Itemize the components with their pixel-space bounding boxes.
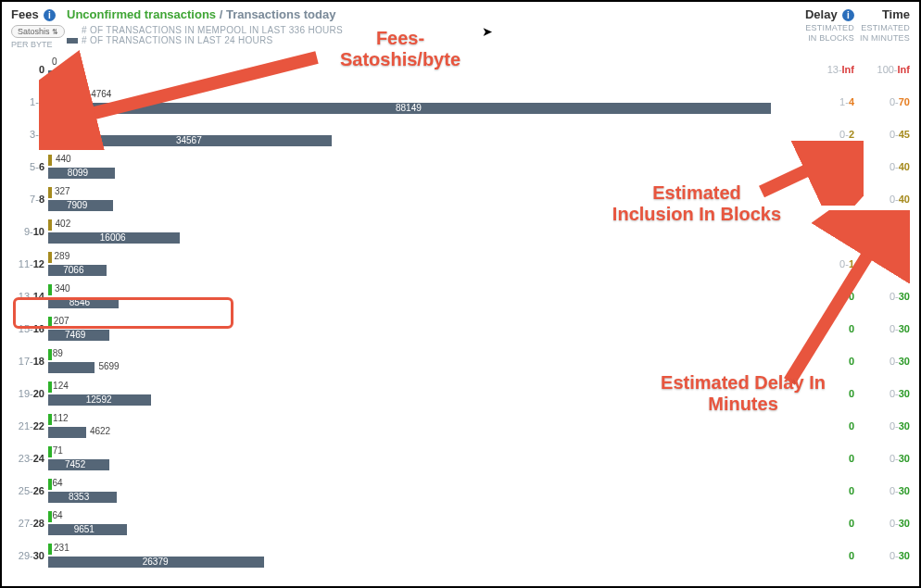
time-value: 0-70 bbox=[854, 96, 910, 107]
bar-group: 2897066 bbox=[48, 247, 799, 280]
bucket-label: 0 bbox=[11, 64, 48, 75]
fee-row: 00513-Inf100-Inf bbox=[11, 53, 910, 85]
bucket-label: 23-24 bbox=[11, 453, 48, 464]
bar-mempool[interactable] bbox=[48, 155, 52, 166]
bar-24h[interactable] bbox=[48, 362, 95, 373]
bar-mempool[interactable] bbox=[48, 414, 52, 425]
bar-mempool-value: 4764 bbox=[91, 89, 111, 99]
bar-mempool-value: 71 bbox=[53, 445, 63, 456]
fee-row: 29-302312637900-30 bbox=[11, 539, 910, 571]
bar-mempool-value: 440 bbox=[56, 154, 71, 164]
time-value: 0-35 bbox=[854, 226, 910, 237]
time-value: 0-30 bbox=[854, 323, 910, 334]
bucket-label: 21-22 bbox=[11, 420, 48, 432]
bar-mempool-value: 1035 bbox=[60, 121, 81, 131]
bucket-label: 17-18 bbox=[11, 356, 48, 367]
bar-mempool[interactable] bbox=[48, 479, 52, 490]
delay-value: 0 bbox=[799, 518, 854, 529]
bar-mempool[interactable] bbox=[48, 349, 52, 360]
bar-group: 05 bbox=[48, 53, 799, 85]
delay-value: 0-1 bbox=[799, 226, 854, 237]
bar-24h-value: 8353 bbox=[69, 492, 89, 502]
bar-24h-value: 4622 bbox=[90, 426, 110, 436]
delay-value: 1-4 bbox=[799, 96, 854, 107]
bar-24h-value: 16006 bbox=[100, 232, 126, 243]
bar-group: 895699 bbox=[48, 344, 799, 377]
bar-24h-value: 26379 bbox=[143, 557, 169, 567]
delay-value: 0 bbox=[799, 356, 854, 367]
bar-mempool-value: 124 bbox=[53, 381, 69, 391]
delay-value: 0 bbox=[799, 388, 854, 399]
bar-group: 103534567 bbox=[48, 118, 799, 150]
info-icon[interactable]: i bbox=[842, 9, 854, 21]
bar-24h-value: 88149 bbox=[396, 103, 422, 113]
today-label: Transactions today bbox=[226, 7, 335, 21]
info-icon[interactable]: i bbox=[44, 9, 56, 21]
bar-mempool-value: 231 bbox=[54, 543, 69, 553]
bar-group: 4408099 bbox=[48, 150, 799, 182]
bar-24h-value: 8546 bbox=[69, 297, 90, 307]
bar-mempool[interactable] bbox=[48, 446, 52, 457]
delay-heading: Delay bbox=[805, 7, 838, 21]
fee-row: 17-1889569900-30 bbox=[11, 344, 910, 377]
fee-row: 27-2864965100-30 bbox=[11, 507, 910, 539]
bar-mempool[interactable] bbox=[48, 284, 52, 295]
bar-mempool[interactable] bbox=[48, 122, 57, 133]
bar-group: 717452 bbox=[48, 442, 799, 474]
delay-subheading: ESTIMATED IN BLOCKS bbox=[799, 23, 854, 44]
bar-group: 3277909 bbox=[48, 182, 799, 215]
bar-group: 23126379 bbox=[48, 539, 799, 571]
bar-24h-value: 5 bbox=[52, 69, 57, 80]
fee-row: 21-22112462200-30 bbox=[11, 409, 910, 442]
bar-mempool-value: 64 bbox=[53, 510, 63, 520]
time-value: 0-30 bbox=[854, 485, 910, 496]
fee-row: 1-24764881491-40-70 bbox=[11, 85, 910, 118]
fee-row: 13-14340854600-30 bbox=[11, 280, 910, 312]
bucket-label: 5-6 bbox=[11, 161, 48, 172]
unit-select-label: Satoshis bbox=[18, 27, 50, 36]
bar-mempool-value: 327 bbox=[55, 186, 70, 196]
fee-row: 19-201241259200-30 bbox=[11, 377, 910, 409]
bucket-label: 13-14 bbox=[11, 291, 48, 302]
bar-mempool[interactable] bbox=[48, 90, 87, 101]
time-heading: Time bbox=[854, 7, 910, 21]
fee-row: 25-2664835300-30 bbox=[11, 474, 910, 507]
bar-mempool[interactable] bbox=[48, 219, 52, 231]
bar-24h[interactable] bbox=[48, 427, 86, 438]
bar-mempool[interactable] bbox=[48, 382, 52, 393]
bar-24h-value: 8099 bbox=[68, 168, 88, 178]
bar-mempool[interactable] bbox=[48, 317, 52, 328]
delay-value: 0-2 bbox=[799, 129, 854, 140]
legend-24h: # OF TRANSACTIONS IN LAST 24 HOURS bbox=[67, 35, 799, 45]
bar-mempool[interactable] bbox=[48, 187, 52, 198]
fee-row: 9-10402160060-10-35 bbox=[11, 215, 910, 247]
unit-sublabel: PER BYTE bbox=[11, 40, 67, 49]
bar-mempool-value: 0 bbox=[52, 56, 57, 67]
bucket-label: 25-26 bbox=[11, 485, 48, 496]
time-value: 0-45 bbox=[854, 129, 910, 140]
unit-select[interactable]: Satoshis ⇅ bbox=[11, 25, 65, 38]
bar-mempool[interactable] bbox=[48, 511, 52, 522]
bucket-label: 3-4 bbox=[11, 129, 48, 140]
bar-group: 648353 bbox=[48, 474, 799, 507]
time-value: 0-30 bbox=[854, 518, 910, 529]
chevron-updown-icon: ⇅ bbox=[52, 28, 58, 36]
fee-row: 5-644080990-10-40 bbox=[11, 150, 910, 182]
bar-group: 3408546 bbox=[48, 280, 799, 312]
time-value: 0-30 bbox=[854, 420, 910, 432]
legend-swatch-mempool bbox=[67, 28, 78, 33]
delay-value: 13-Inf bbox=[799, 64, 854, 75]
bar-mempool[interactable] bbox=[48, 252, 52, 263]
time-value: 0-35 bbox=[854, 258, 910, 269]
bar-group: 12412592 bbox=[48, 377, 799, 409]
time-value: 0-30 bbox=[854, 550, 910, 561]
fee-row: 23-2471745200-30 bbox=[11, 442, 910, 474]
delay-value: 0 bbox=[799, 291, 854, 302]
title-separator: / bbox=[216, 7, 226, 21]
bucket-label: 9-10 bbox=[11, 226, 48, 237]
bucket-label: 29-30 bbox=[11, 550, 48, 561]
bar-mempool[interactable] bbox=[48, 544, 52, 555]
bar-24h-value: 9651 bbox=[74, 524, 95, 534]
time-value: 100-Inf bbox=[854, 64, 910, 75]
legend-mempool: # OF TRANSACTIONS IN MEMPOOL IN LAST 336… bbox=[67, 25, 799, 35]
